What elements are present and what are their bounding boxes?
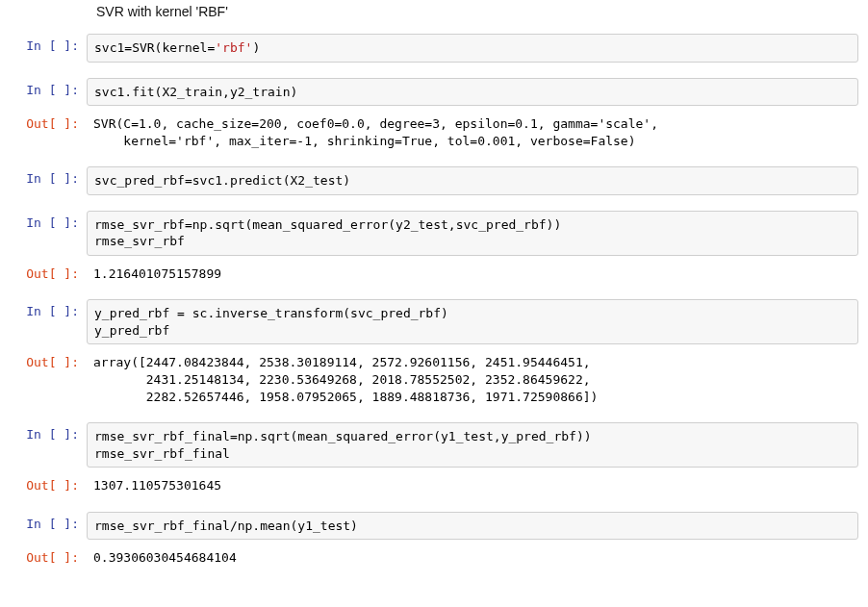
section-title: SVR with kernel 'RBF' — [0, 0, 868, 31]
code-input[interactable]: rmse_svr_rbf=np.sqrt(mean_squared_error(… — [87, 211, 858, 256]
code-input[interactable]: svc1.fit(X2_train,y2_train) — [87, 78, 858, 107]
prompt-out: Out[ ]: — [0, 350, 87, 369]
output-text: array([2447.08423844, 2538.30189114, 257… — [87, 350, 858, 407]
code-input[interactable]: rmse_svr_rbf_final/np.mean(y1_test) — [87, 512, 858, 541]
code-input[interactable]: svc_pred_rbf=svc1.predict(X2_test) — [87, 166, 858, 195]
code-cell: In [ ]: svc1=SVR(kernel='rbf') — [0, 31, 868, 65]
code-input[interactable]: rmse_svr_rbf_final=np.sqrt(mean_squared_… — [87, 422, 858, 468]
prompt-out: Out[ ]: — [0, 545, 87, 565]
output-text: SVR(C=1.0, cache_size=200, coef0=0.0, de… — [87, 112, 858, 151]
code-input[interactable]: svc1=SVR(kernel='rbf') — [87, 34, 858, 63]
output-text: 0.39306030454684104 — [87, 545, 858, 569]
code-input[interactable]: y_pred_rbf = sc.inverse_transform(svc_pr… — [87, 299, 858, 344]
prompt-in: In [ ]: — [0, 422, 87, 442]
prompt-in: In [ ]: — [0, 78, 87, 97]
prompt-in: In [ ]: — [0, 166, 87, 186]
output-text: 1307.110575301645 — [87, 473, 858, 496]
output-cell: Out[ ]: 0.39306030454684104 — [0, 543, 868, 571]
code-cell: In [ ]: rmse_svr_rbf=np.sqrt(mean_square… — [0, 208, 868, 259]
prompt-out: Out[ ]: — [0, 112, 87, 131]
output-cell: Out[ ]: SVR(C=1.0, cache_size=200, coef0… — [0, 109, 868, 154]
output-cell: Out[ ]: 1307.110575301645 — [0, 470, 868, 499]
prompt-in: In [ ]: — [0, 512, 87, 531]
code-cell: In [ ]: rmse_svr_rbf_final/np.mean(y1_te… — [0, 509, 868, 544]
prompt-out: Out[ ]: — [0, 262, 87, 281]
code-cell: In [ ]: rmse_svr_rbf_final=np.sqrt(mean_… — [0, 419, 868, 470]
prompt-in: In [ ]: — [0, 299, 87, 318]
prompt-in: In [ ]: — [0, 34, 87, 53]
notebook-body: SVR with kernel 'RBF' In [ ]: svc1=SVR(k… — [0, 0, 868, 571]
code-cell: In [ ]: svc1.fit(X2_train,y2_train) — [0, 75, 868, 110]
code-cell: In [ ]: svc_pred_rbf=svc1.predict(X2_tes… — [0, 164, 868, 198]
code-cell: In [ ]: y_pred_rbf = sc.inverse_transfor… — [0, 296, 868, 347]
prompt-in: In [ ]: — [0, 211, 87, 230]
prompt-out: Out[ ]: — [0, 473, 87, 493]
output-cell: Out[ ]: array([2447.08423844, 2538.30189… — [0, 347, 868, 410]
output-text: 1.216401075157899 — [87, 262, 858, 285]
output-cell: Out[ ]: 1.216401075157899 — [0, 259, 868, 288]
